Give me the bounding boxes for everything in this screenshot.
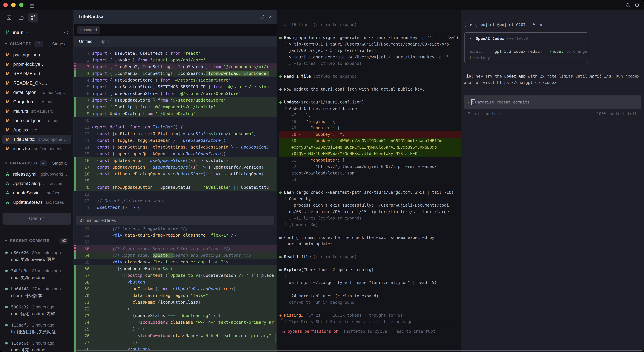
diff-line: 8import { Tooltip } from '@/components/u… [74, 104, 276, 110]
commit-message: doc: 更新 preview 图片 [5, 256, 68, 263]
file-row[interactable]: Mmain.rssrc-tauri/src [2, 107, 72, 116]
file-row[interactable]: MREADME.md [2, 69, 72, 78]
commit-message: fix:侧边栏拖动失效问题 [5, 328, 68, 335]
agent-terminal[interactable]: … +16 lines (ctrl+o to expand)● Bash(pnp… [276, 9, 461, 352]
terminal-line: tauri-plugin-updater. [279, 241, 461, 247]
file-name: pnpm-lock.ya… [13, 62, 45, 67]
untracked-section-header[interactable]: ▾ UNTRACKED 4 Stage all [0, 159, 74, 168]
file-status-badge: M [6, 118, 13, 123]
close-icon[interactable]: × [269, 13, 272, 20]
commit-button[interactable]: Commit [2, 213, 71, 225]
diff-line: 56 {/* Right side: Search and Settings b… [74, 245, 276, 252]
commit-dot-icon [5, 324, 8, 326]
codex-footer: ? for shortcuts 100% context left [468, 111, 637, 116]
diff-line: 62 <div data-tauri-drag-region className… [74, 232, 276, 239]
commit-item[interactable]: 34b1e3d31 minutes agodoc: 更新 readme [0, 266, 74, 284]
file-row[interactable]: Mtauri.conf.jsonsrc-tauri [2, 116, 72, 125]
chevron-down-icon: ▾ [5, 239, 7, 243]
zoom-traffic-light-icon[interactable] [19, 3, 24, 7]
recent-commits-header[interactable]: ▾ RECENT COMMITS 50 [0, 236, 74, 245]
codex-terminal[interactable]: (base) wujieli@wujieli0207 ~ % cx >_ Ope… [461, 9, 644, 352]
commit-item[interactable]: e80c02630 minutes agodoc: 更新 preview 图片 [0, 248, 74, 266]
commit-item[interactable]: 113adf32 hours agofix:侧边栏拖动失效问题 [0, 320, 74, 339]
tip-line: Tip: New Try the Codex App with 2x rate … [464, 73, 644, 80]
file-row[interactable]: MApp.tsxsrc [2, 125, 72, 135]
codex-input[interactable]: ›Summarize recent commits [464, 95, 641, 109]
file-row[interactable]: Micons.tsxsrc/components… [2, 144, 72, 153]
diff-line: 7import { useUpdateStore } from '@/store… [74, 97, 276, 104]
file-path: src-tauri [44, 118, 60, 123]
commit-time: 2 hours ago [32, 323, 54, 328]
diff-line: 1import { useState, useEffect } from 're… [74, 50, 276, 57]
file-name: README.md [13, 71, 40, 76]
close-traffic-light-icon[interactable] [3, 3, 8, 7]
horizontal-scrollbar[interactable] [75, 350, 642, 351]
search-icon[interactable] [625, 2, 631, 8]
terminal-line: ● Bash(cargo check --manifest-path src-t… [279, 189, 461, 196]
file-path: src/stores [46, 200, 64, 205]
file-row[interactable]: AUpdateDialog.…src/comp… [2, 179, 72, 188]
branch-row[interactable]: main [0, 26, 74, 39]
file-status-badge: M [6, 90, 13, 95]
recent-commits-count-badge: 50 [59, 238, 68, 244]
terminal-line: └ (timeout 3m) [279, 221, 461, 228]
chevron-down-icon [26, 31, 29, 34]
commit-item[interactable]: 5906c322 hours agodoc: 优化 readme 内容 [0, 302, 74, 320]
diff-line: 18 const setUpdateDialogOpen = useUpdate… [74, 171, 276, 177]
file-row[interactable]: Mdefault.jsonsrc-tauri/cap… [2, 88, 72, 97]
file-row[interactable]: AupdateStore.tssrc/stores [2, 198, 72, 207]
changed-section-header[interactable]: ▾ CHANGED 11 Stage all [0, 39, 74, 49]
input-prompt-icon: › [467, 100, 469, 105]
file-row[interactable]: Arelease.yml.github/workfl… [2, 170, 72, 179]
diff-vertical-scrollbar[interactable] [275, 333, 276, 343]
titlebar: ⚙ [0, 0, 644, 9]
file-row[interactable]: Mpnpm-lock.ya… [2, 60, 72, 69]
file-status-badge: A [6, 190, 13, 195]
git-branch-icon[interactable] [28, 13, 38, 22]
diff-line: 67 <Tooltip content={`Update to v${updat… [74, 272, 276, 279]
refresh-icon[interactable] [64, 30, 69, 35]
file-status-badge: M [6, 52, 13, 58]
stage-all-untracked-button[interactable]: Stage all [52, 161, 68, 166]
file-row[interactable]: AupdateServic…src/servic… [2, 188, 72, 198]
tab-split[interactable]: Split [100, 39, 109, 44]
diff-line: 13 const { toggle: toggleSidebar } = use… [74, 137, 276, 144]
file-row[interactable]: MCargo.tomlsrc-tauri [2, 97, 72, 107]
commit-dot-icon [5, 306, 8, 308]
commit-item[interactable]: ba64f4837 minutes agochore: 升级版本 [0, 284, 74, 302]
file-status-badge: A [6, 172, 13, 177]
terminal-line: ● Read 1 file (ctrl+o to expand) [279, 73, 461, 80]
file-path: src/components… [34, 146, 68, 151]
commit-hash: 34b1e3d [11, 268, 29, 273]
tab-unified[interactable]: Unified [79, 39, 92, 44]
diff-code: 1import { useState, useEffect } from 're… [74, 47, 276, 352]
tip-line: app' or visit https://chatgpt.com/codex [464, 79, 644, 86]
commit-dot-icon [5, 252, 8, 254]
diff-line: 14 const { openSettings, closeSettings, … [74, 144, 276, 151]
diff-line: 72 > [74, 306, 276, 312]
file-row[interactable]: MREADME_CN.… [2, 78, 72, 88]
collapsed-lines-bar[interactable]: 37 unmodified lines [76, 216, 274, 225]
diff-line: 68 <button [74, 279, 276, 286]
context-left-status: 100% context left [596, 111, 637, 116]
terminal-icon[interactable] [4, 13, 14, 22]
open-external-icon[interactable] [259, 14, 264, 19]
untracked-file-list: Arelease.yml.github/workfl…AUpdateDialog… [0, 168, 74, 207]
agent-prompt[interactable]: › [279, 312, 458, 325]
menu-icon[interactable] [30, 3, 34, 8]
file-name: main.rs [13, 109, 28, 114]
terminal-line: … +11 lines (ctrl+o to expand) [279, 215, 461, 221]
commit-hash: 5906c32 [11, 305, 29, 310]
files-folder-icon[interactable] [16, 13, 26, 22]
settings-gear-icon[interactable]: ⚙ [634, 2, 640, 8]
terminal-line: atest/download/latest.json" [279, 170, 461, 176]
stage-all-changed-button[interactable]: Stage all [52, 41, 68, 46]
commit-item[interactable]: 11c9c6a3 hours agodoc: 补充 readme [0, 339, 74, 352]
untracked-count-badge: 4 [40, 160, 47, 166]
file-row[interactable]: MTitleBar.tsxsrc/componen… [2, 135, 72, 144]
terminal-line: +xpYyBrZXk6IDcyQjI4M0FBQzRCMEE3NjMKUldSa… [279, 144, 461, 151]
recent-commits-label: RECENT COMMITS [10, 238, 50, 243]
file-row[interactable]: Mpackage.json [2, 50, 72, 60]
minimize-traffic-light-icon[interactable] [11, 3, 16, 7]
diff-line: 77 )} [74, 339, 276, 346]
